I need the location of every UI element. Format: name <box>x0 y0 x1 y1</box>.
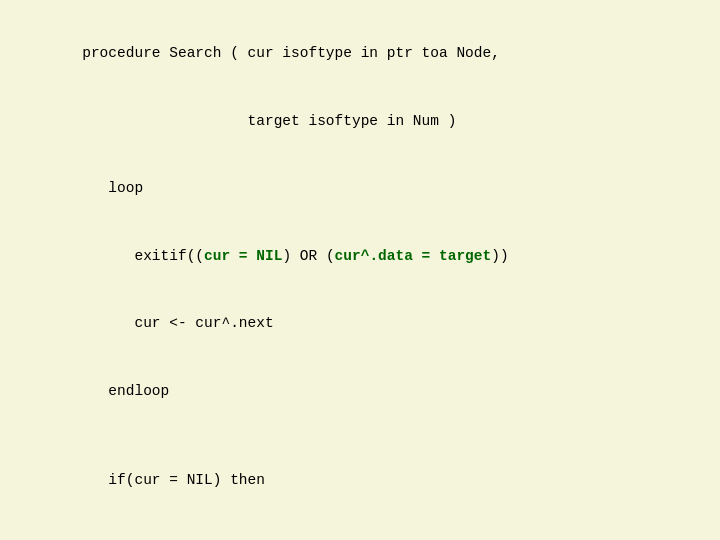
code-text: procedure Search ( cur isoftype in ptr t… <box>82 45 500 61</box>
main-container: procedure Search ( cur isoftype in ptr t… <box>0 0 720 540</box>
code-text: cur <- cur^.next <box>82 315 273 331</box>
code-text: if(cur = NIL) then <box>82 472 265 488</box>
code-line-4: exitif((cur = NIL) OR (cur^.data = targe… <box>30 222 690 289</box>
code-line-5: cur <- cur^.next <box>30 290 690 357</box>
code-line-2: target isoftype in Num ) <box>30 87 690 154</box>
code-block: procedure Search ( cur isoftype in ptr t… <box>30 20 690 540</box>
code-text: loop <box>82 180 143 196</box>
code-line-9: print(“Target data not found”) <box>30 514 690 540</box>
code-line-3: loop <box>30 155 690 222</box>
code-line-6: endloop <box>30 357 690 424</box>
code-text: endloop <box>82 383 169 399</box>
code-line-7 <box>30 424 690 446</box>
code-text: target isoftype in Num ) <box>82 113 456 129</box>
code-line-1: procedure Search ( cur isoftype in ptr t… <box>30 20 690 87</box>
code-text: exitif((cur = NIL) OR (cur^.data = targe… <box>82 248 508 264</box>
code-line-8: if(cur = NIL) then <box>30 447 690 514</box>
